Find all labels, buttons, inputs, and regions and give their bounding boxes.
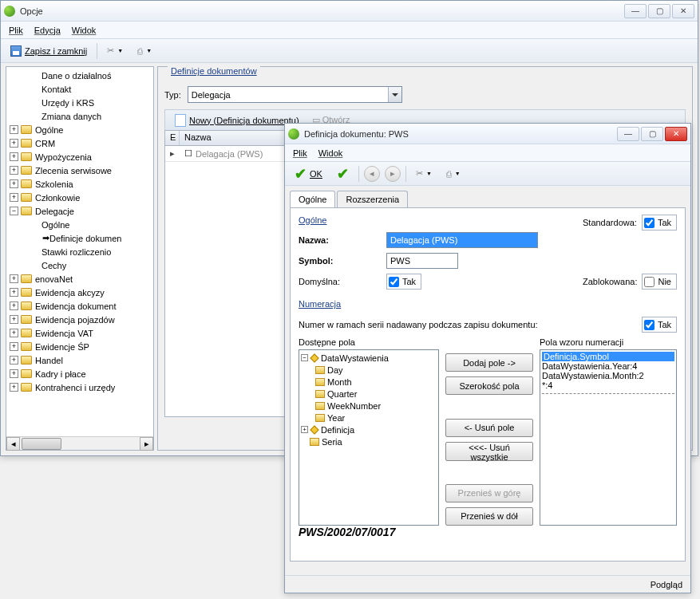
dialog-menu-view[interactable]: Widok bbox=[318, 148, 343, 158]
remove-all-button[interactable]: <<<- Usuń wszystkie bbox=[445, 442, 533, 461]
nav-fwd-button[interactable]: ▸ bbox=[385, 166, 401, 182]
standard-checkbox[interactable]: Tak bbox=[642, 215, 677, 231]
collapse-icon[interactable]: − bbox=[301, 354, 308, 361]
list-item[interactable]: *:4 bbox=[542, 380, 674, 390]
expand-icon[interactable]: + bbox=[10, 301, 18, 310]
tree-folder[interactable]: +Ewidencja VAT bbox=[6, 326, 153, 340]
row-name: Delagacja (PWS) bbox=[191, 149, 267, 159]
tree-folder[interactable]: +Ewidencja dokument bbox=[6, 299, 153, 313]
expand-icon[interactable]: + bbox=[10, 139, 18, 148]
nav-tree[interactable]: Dane o działalnoś Kontakt Urzędy i KRS Z… bbox=[6, 67, 153, 436]
list-item-selected[interactable]: Definicja.Symbol bbox=[542, 352, 674, 361]
tools-button[interactable]: ✂▼ bbox=[411, 167, 437, 180]
expand-icon[interactable]: + bbox=[10, 356, 18, 365]
collapse-icon[interactable]: − bbox=[10, 207, 18, 215]
num-on-save-checkbox[interactable]: Tak bbox=[642, 317, 677, 333]
preview-link[interactable]: Podgląd bbox=[651, 580, 682, 589]
menu-file[interactable]: Plik bbox=[9, 26, 23, 35]
maximize-button[interactable]: ▢ bbox=[648, 4, 670, 18]
chevron-down-icon[interactable] bbox=[388, 87, 401, 102]
move-down-button[interactable]: Przenieś w dół bbox=[445, 507, 533, 526]
tab-general[interactable]: Ogólne bbox=[290, 191, 335, 207]
scroll-thumb[interactable] bbox=[22, 438, 61, 450]
tree-folder[interactable]: +Zlecenia serwisowe bbox=[6, 164, 153, 177]
tree-item[interactable]: Dane o działalnoś bbox=[6, 69, 153, 82]
scroll-left-button[interactable]: ◂ bbox=[6, 437, 20, 451]
tree-folder[interactable]: +Członkowie bbox=[6, 191, 153, 204]
tree-folder[interactable]: +Szkolenia bbox=[6, 177, 153, 191]
expand-icon[interactable]: + bbox=[10, 315, 18, 324]
tree-folder[interactable]: +Ewidencja akcyzy bbox=[6, 286, 153, 299]
tree-item-selected[interactable]: ➡Definicje dokumen bbox=[6, 231, 153, 245]
list-item[interactable]: DataWystawienia.Year:4 bbox=[542, 361, 674, 371]
apply-button[interactable]: ✔ bbox=[332, 164, 354, 184]
menu-view[interactable]: Widok bbox=[72, 26, 97, 35]
tools-button[interactable]: ✂▼ bbox=[102, 44, 128, 57]
default-checkbox[interactable]: Tak bbox=[386, 274, 421, 290]
expand-icon[interactable]: + bbox=[10, 369, 18, 378]
field-width-button[interactable]: Szerokość pola bbox=[445, 376, 533, 395]
scroll-right-button[interactable]: ▸ bbox=[140, 437, 153, 451]
expand-icon[interactable]: + bbox=[10, 193, 18, 202]
field-icon bbox=[315, 378, 325, 386]
app-icon bbox=[288, 128, 299, 140]
tree-folder[interactable]: +Kontrahenci i urzędy bbox=[6, 380, 153, 394]
nav-tree-panel: Dane o działalnoś Kontakt Urzędy i KRS Z… bbox=[6, 66, 154, 451]
ok-button[interactable]: ✔ OK bbox=[290, 164, 327, 184]
tree-item[interactable]: Zmiana danych bbox=[6, 109, 153, 123]
tree-item[interactable]: Kontakt bbox=[6, 82, 153, 96]
print-button[interactable]: ⎙▼ bbox=[441, 167, 465, 180]
available-fields-tree[interactable]: −DataWystawienia Day Month Quarter WeekN… bbox=[299, 349, 439, 526]
tree-item[interactable]: Cechy bbox=[6, 258, 153, 272]
pattern-fields-list[interactable]: Definicja.Symbol DataWystawienia.Year:4 … bbox=[540, 349, 677, 526]
move-up-button[interactable]: Przenieś w górę bbox=[445, 484, 533, 502]
expand-icon[interactable]: + bbox=[10, 125, 18, 134]
dialog-menu-file[interactable]: Plik bbox=[293, 148, 307, 158]
print-button[interactable]: ⎙▼ bbox=[132, 45, 156, 57]
expand-icon[interactable]: + bbox=[301, 426, 308, 433]
minimize-button[interactable]: — bbox=[624, 4, 647, 18]
nav-back-button[interactable]: ◂ bbox=[364, 166, 380, 182]
diamond-icon bbox=[310, 425, 318, 434]
default-label: Domyślna: bbox=[299, 277, 386, 286]
tree-folder-delegacje[interactable]: −Delegacje bbox=[6, 204, 153, 218]
tree-h-scrollbar[interactable]: ◂ ▸ bbox=[6, 436, 153, 450]
panel-legend: Definicje dokumentów bbox=[168, 66, 260, 76]
dialog-minimize-button[interactable]: — bbox=[617, 127, 639, 141]
expand-icon[interactable]: + bbox=[10, 342, 18, 351]
tree-folder[interactable]: +Wypożyczenia bbox=[6, 150, 153, 164]
dialog-maximize-button[interactable]: ▢ bbox=[641, 127, 663, 141]
tree-item[interactable]: Stawki rozliczenio bbox=[6, 245, 153, 258]
tree-folder[interactable]: +Ewidencja pojazdów bbox=[6, 313, 153, 326]
tree-folder[interactable]: +Handel bbox=[6, 353, 153, 367]
tree-folder[interactable]: +Ogólne bbox=[6, 123, 153, 136]
list-item[interactable]: DataWystawienia.Month:2 bbox=[542, 371, 674, 380]
tree-folder[interactable]: +Kadry i płace bbox=[6, 367, 153, 380]
expand-icon[interactable]: + bbox=[10, 166, 18, 175]
symbol-input[interactable] bbox=[386, 253, 458, 269]
add-field-button[interactable]: Dodaj pole -> bbox=[445, 353, 533, 372]
dialog-close-button[interactable]: ✕ bbox=[665, 127, 687, 141]
col-e[interactable]: E bbox=[165, 131, 180, 145]
tree-item[interactable]: Ogólne bbox=[6, 218, 153, 231]
expand-icon[interactable]: + bbox=[10, 152, 18, 161]
tree-folder[interactable]: +Ewidencje ŚP bbox=[6, 340, 153, 353]
dialog-toolbar: ✔ OK ✔ ◂ ▸ ✂▼ ⎙▼ bbox=[285, 162, 690, 186]
expand-icon[interactable]: + bbox=[10, 383, 18, 392]
remove-field-button[interactable]: <- Usuń pole bbox=[445, 419, 533, 437]
tree-item[interactable]: Urzędy i KRS bbox=[6, 96, 153, 109]
menu-edit[interactable]: Edycja bbox=[34, 26, 61, 35]
expand-icon[interactable]: + bbox=[10, 274, 18, 283]
typ-input[interactable] bbox=[188, 87, 388, 102]
expand-icon[interactable]: + bbox=[10, 288, 18, 297]
tab-extensions[interactable]: Rozszerzenia bbox=[337, 191, 408, 207]
nazwa-input[interactable] bbox=[386, 232, 538, 248]
expand-icon[interactable]: + bbox=[10, 329, 18, 337]
tree-folder[interactable]: +enovaNet bbox=[6, 272, 153, 286]
save-close-button[interactable]: Zapisz i zamknij bbox=[6, 44, 92, 58]
expand-icon[interactable]: + bbox=[10, 179, 18, 188]
typ-combo[interactable] bbox=[188, 86, 402, 103]
close-button[interactable]: ✕ bbox=[672, 4, 694, 18]
locked-checkbox[interactable]: Nie bbox=[642, 274, 677, 290]
tree-folder[interactable]: +CRM bbox=[6, 136, 153, 150]
